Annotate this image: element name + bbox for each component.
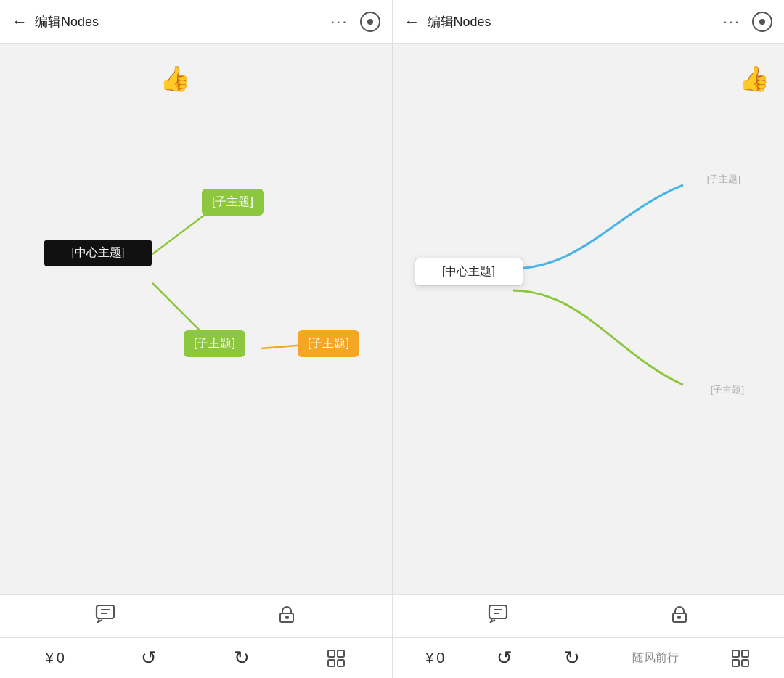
right-target-button[interactable] — [752, 12, 772, 32]
right-yuan-sign: ¥ — [425, 650, 433, 666]
svg-rect-16 — [742, 660, 748, 666]
lock-body-left — [279, 613, 294, 623]
left-yuan-item[interactable]: ¥ 0 — [46, 650, 65, 666]
left-toolbar-panel — [0, 595, 393, 637]
svg-rect-13 — [732, 650, 739, 657]
left-grid-icon — [326, 648, 346, 669]
canvas-area: 👍 [中心主题] [子主题] [子主题] [子主题] 👍 [中心主题] — [0, 44, 784, 594]
left-redo-icon: ↻ — [234, 647, 250, 669]
right-redo-button[interactable]: ↻ — [564, 647, 580, 669]
right-yuan-item[interactable]: ¥ 0 — [425, 650, 444, 666]
svg-rect-9 — [328, 650, 335, 657]
left-canvas-svg — [0, 44, 392, 594]
lock-body-right — [672, 613, 687, 623]
right-canvas-panel[interactable]: 👍 [中心主题] [子主题] [子主题] — [393, 44, 785, 594]
right-center-node[interactable]: [中心主题] — [415, 258, 523, 286]
right-lock-icon[interactable] — [670, 606, 689, 626]
right-thumbs-up-icon[interactable]: 👍 — [739, 64, 769, 93]
top-bar: ← 编辑Nodes ··· ← 编辑Nodes ··· — [0, 0, 784, 44]
left-panel-title: 编辑Nodes — [35, 13, 330, 30]
left-thumbs-up-icon[interactable]: 👍 — [160, 64, 190, 93]
left-sub-node-bottom-left[interactable]: [子主题] — [184, 330, 245, 357]
right-redo-icon: ↻ — [564, 647, 580, 669]
right-status-panel: ¥ 0 ↺ ↻ 随风前行 — [393, 638, 785, 678]
right-more-button[interactable]: ··· — [723, 12, 740, 31]
target-inner-right — [759, 19, 765, 25]
left-redo-button[interactable]: ↻ — [234, 647, 250, 669]
brand-watermark: 随风前行 — [632, 650, 679, 666]
svg-rect-15 — [732, 660, 739, 666]
svg-rect-14 — [742, 650, 748, 657]
right-grid-icon — [730, 648, 751, 669]
right-zero-text: 0 — [436, 650, 444, 666]
left-center-node[interactable]: [中心主题] — [44, 240, 152, 266]
left-status-panel: ¥ 0 ↺ ↻ — [0, 638, 393, 678]
right-sub-label-top: [子主题] — [707, 173, 740, 186]
left-panel-header: ← 编辑Nodes ··· — [0, 0, 393, 43]
right-panel-title: 编辑Nodes — [428, 13, 723, 30]
left-target-button[interactable] — [360, 12, 380, 32]
left-chat-icon[interactable] — [95, 604, 115, 628]
right-canvas-svg — [393, 44, 785, 594]
left-more-button[interactable]: ··· — [330, 12, 348, 31]
right-undo-icon: ↺ — [497, 647, 513, 669]
left-canvas-panel[interactable]: 👍 [中心主题] [子主题] [子主题] [子主题] — [0, 44, 393, 594]
right-grid-button[interactable] — [730, 648, 751, 669]
right-top-icons: ··· — [723, 12, 772, 32]
right-toolbar-panel — [393, 595, 785, 637]
left-sub-node-top[interactable]: [子主题] — [202, 189, 264, 216]
left-lock-icon[interactable] — [277, 606, 296, 626]
right-undo-button[interactable]: ↺ — [497, 647, 513, 669]
left-sub-node-orange[interactable]: [子主题] — [298, 330, 359, 357]
svg-rect-11 — [328, 660, 335, 666]
right-panel-header: ← 编辑Nodes ··· — [393, 0, 785, 43]
lock-hole-left — [285, 616, 289, 619]
bottom-toolbar — [0, 594, 784, 637]
left-yuan-sign: ¥ — [46, 650, 54, 666]
left-grid-button[interactable] — [326, 648, 346, 669]
right-sub-label-bottom: [子主题] — [711, 383, 744, 396]
right-chat-icon[interactable] — [488, 604, 508, 628]
target-inner-left — [367, 19, 373, 25]
status-bar: ¥ 0 ↺ ↻ ¥ 0 ↺ ↻ 随风前行 — [0, 637, 784, 678]
svg-rect-3 — [97, 605, 114, 618]
left-zero-text: 0 — [57, 650, 65, 666]
left-top-icons: ··· — [330, 12, 380, 32]
left-undo-button[interactable]: ↺ — [141, 647, 157, 669]
left-undo-icon: ↺ — [141, 647, 157, 669]
svg-line-0 — [152, 211, 211, 254]
svg-rect-12 — [338, 660, 344, 666]
svg-rect-6 — [489, 605, 507, 618]
svg-rect-10 — [338, 650, 344, 657]
left-back-button[interactable]: ← — [12, 12, 28, 31]
lock-hole-right — [677, 616, 681, 619]
right-back-button[interactable]: ← — [404, 12, 420, 31]
